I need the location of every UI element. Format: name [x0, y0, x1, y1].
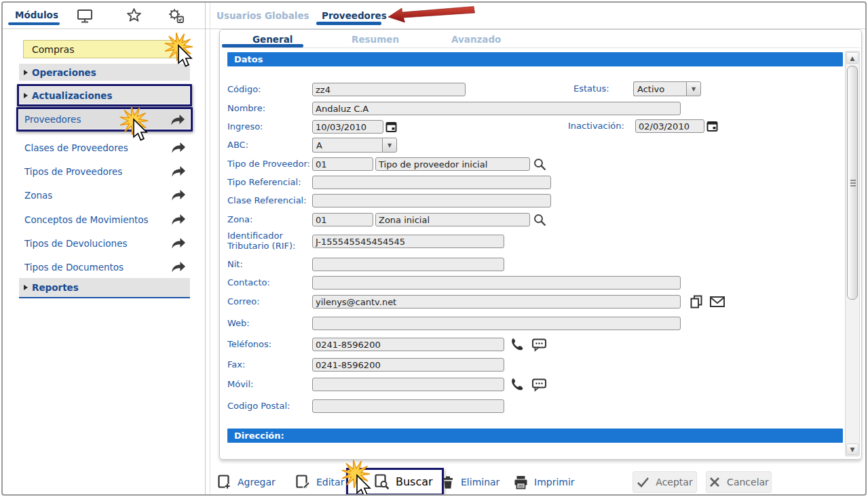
tab-modulos-underline	[8, 22, 60, 25]
launch-arrow-icon[interactable]	[171, 214, 186, 225]
aceptar-button[interactable]: Aceptar	[633, 471, 697, 493]
codigo-input[interactable]	[312, 83, 466, 96]
subtab-avanzado[interactable]: Avanzado	[451, 34, 501, 45]
tab-usuarios-globales[interactable]: Usuarios Globales	[216, 10, 309, 21]
launch-arrow-icon[interactable]	[171, 237, 186, 249]
module-selector-label: Compras	[32, 44, 75, 55]
web-input[interactable]	[312, 317, 681, 330]
codigo-postal-input[interactable]	[312, 399, 504, 413]
nit-input[interactable]	[312, 258, 504, 271]
launch-arrow-icon[interactable]	[171, 261, 186, 273]
phone-icon[interactable]	[510, 377, 525, 392]
services-icon[interactable]	[167, 7, 185, 26]
sidebar-section-reportes[interactable]: Reportes	[19, 278, 190, 297]
add-record-icon	[217, 474, 232, 490]
mail-icon[interactable]	[709, 296, 726, 309]
inactivacion-input[interactable]	[635, 119, 704, 133]
movil-input[interactable]	[312, 378, 504, 391]
form-row-clase-referencial: Clase Referencial:	[227, 193, 551, 208]
subtab-resumen[interactable]: Resumen	[352, 34, 399, 45]
trash-icon	[440, 475, 455, 490]
main-left-divider	[210, 3, 210, 494]
tab-proveedores[interactable]: Proveedores	[322, 10, 387, 21]
form-row-codigo-postal: Codigo Postal:	[227, 399, 504, 414]
abc-dropdown[interactable]: A ▼	[312, 138, 397, 153]
tipo-proveedor-desc-input[interactable]	[375, 157, 530, 171]
contacto-label: Contacto:	[227, 278, 312, 288]
calendar-icon[interactable]	[706, 120, 718, 132]
sidebar-item-zonas[interactable]: Zonas	[24, 190, 52, 201]
vertical-scrollbar[interactable]: ▲ ▼	[845, 51, 860, 456]
subtab-divider	[221, 47, 860, 48]
tipo-referencial-label: Tipo Referencial:	[227, 178, 312, 188]
contacto-input[interactable]	[312, 276, 681, 290]
check-icon	[637, 476, 649, 488]
movil-label: Móvil:	[227, 380, 312, 390]
copy-icon[interactable]	[689, 294, 704, 309]
launch-arrow-icon[interactable]	[171, 189, 186, 201]
scrollbar-thumb[interactable]	[847, 66, 858, 300]
tipo-proveedor-code-input[interactable]	[312, 157, 373, 171]
telefonos-label: Teléfonos:	[227, 340, 312, 350]
fax-input[interactable]	[312, 358, 504, 372]
rif-input[interactable]	[312, 235, 504, 248]
phone-icon[interactable]	[510, 337, 525, 352]
star-icon[interactable]	[126, 7, 142, 26]
scrollbar-up-button[interactable]: ▲	[846, 52, 858, 64]
abc-value: A	[312, 138, 382, 153]
form-row-movil: Móvil:	[227, 377, 547, 392]
estatus-dropdown[interactable]: Activo ▼	[633, 81, 701, 96]
calendar-icon[interactable]	[385, 121, 397, 133]
sidebar-item-clases-de-proveedores[interactable]: Clases de Proveedores	[24, 142, 128, 153]
editar-button[interactable]: Editar	[295, 472, 344, 492]
buscar-button[interactable]: Buscar	[346, 468, 444, 496]
zona-desc-input[interactable]	[375, 213, 530, 226]
scrollbar-down-button[interactable]: ▼	[846, 443, 858, 455]
eliminar-button[interactable]: Eliminar	[440, 472, 499, 492]
ingreso-input[interactable]	[312, 120, 383, 134]
sidebar-item-tipos-de-proveedores[interactable]: Tipos de Proveedores	[24, 166, 122, 177]
chevron-down-icon[interactable]: ▼	[382, 138, 397, 153]
codigo-postal-label: Codigo Postal:	[227, 401, 312, 412]
form-row-nit: Nit:	[227, 257, 504, 272]
sidebar-section-actualizaciones[interactable]: Actualizaciones	[19, 87, 189, 104]
launch-arrow-icon[interactable]	[170, 114, 185, 125]
correo-input[interactable]	[312, 295, 681, 309]
tab-modulos[interactable]: Módulos	[15, 9, 58, 20]
estatus-value: Activo	[633, 81, 686, 96]
agregar-button[interactable]: Agregar	[217, 472, 276, 492]
search-lookup-icon[interactable]	[533, 213, 547, 227]
zona-code-input[interactable]	[312, 213, 373, 226]
estatus-label: Estatus:	[573, 84, 633, 94]
sms-icon[interactable]	[531, 378, 547, 392]
sidebar-item-tipos-de-devoluciones[interactable]: Tipos de Devoluciones	[24, 238, 128, 249]
sms-icon[interactable]	[531, 338, 547, 352]
launch-arrow-icon[interactable]	[171, 165, 186, 177]
triangle-icon	[24, 70, 28, 75]
correo-label: Correo:	[227, 297, 312, 307]
search-lookup-icon[interactable]	[533, 157, 547, 172]
sidebar-item-proveedores[interactable]: Proveedores	[19, 110, 190, 129]
form-row-web: Web:	[227, 316, 681, 331]
inactivacion-label: Inactivación:	[568, 121, 635, 132]
launch-arrow-icon[interactable]	[171, 142, 186, 153]
monitor-icon[interactable]	[77, 8, 93, 26]
imprimir-button[interactable]: Imprimir	[513, 472, 575, 492]
cancelar-button[interactable]: Cancelar	[706, 471, 772, 493]
edit-record-icon	[295, 474, 311, 490]
tipo-referencial-input[interactable]	[312, 176, 551, 189]
nombre-input[interactable]	[312, 102, 681, 115]
web-label: Web:	[227, 319, 312, 329]
subtab-general[interactable]: General	[252, 34, 293, 45]
chevron-down-icon[interactable]: ▼	[686, 81, 701, 96]
clase-referencial-input[interactable]	[312, 194, 551, 207]
sidebar-item-conceptos-de-movimientos[interactable]: Conceptos de Movimientos	[24, 214, 149, 225]
reportes-underline	[19, 297, 190, 298]
module-selector-compras[interactable]: Compras	[23, 40, 185, 58]
section-label: Reportes	[32, 282, 79, 293]
red-arrow-annotation	[387, 5, 476, 24]
sidebar-section-operaciones[interactable]: Operaciones	[19, 64, 190, 81]
form-row-tipo-referencial: Tipo Referencial:	[227, 175, 551, 190]
sidebar-item-tipos-de-documentos[interactable]: Tipos de Documentos	[24, 262, 124, 273]
telefonos-input[interactable]	[312, 338, 504, 351]
